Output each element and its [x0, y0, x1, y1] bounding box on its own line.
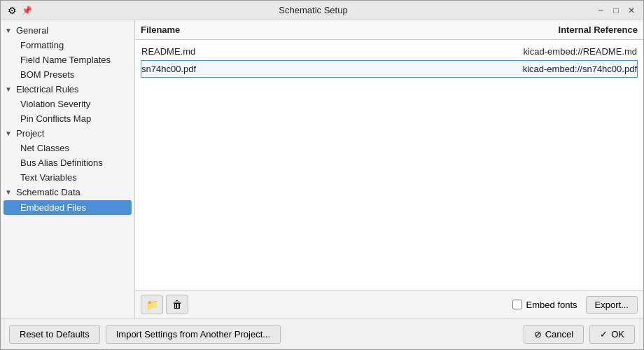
- row-ref-1: kicad-embed://sn74hc00.pdf: [462, 64, 637, 74]
- reset-defaults-button[interactable]: Reset to Defaults: [9, 325, 100, 344]
- minimize-button[interactable]: –: [594, 4, 607, 17]
- content-area: ▼ General Formatting Field Name Template…: [1, 20, 643, 318]
- open-file-button[interactable]: 📁: [141, 295, 163, 314]
- folder-icon: 📁: [146, 299, 158, 310]
- delete-icon: 🗑: [172, 299, 182, 310]
- sidebar-group-project-label: Project: [16, 128, 44, 139]
- sidebar-item-bom-presets[interactable]: BOM Presets: [1, 67, 134, 82]
- sidebar-group-electrical-label: Electrical Rules: [16, 84, 79, 94]
- cancel-label: Cancel: [545, 329, 573, 340]
- footer: Reset to Defaults Import Settings from A…: [1, 318, 643, 349]
- sidebar-group-project[interactable]: ▼ Project: [1, 126, 134, 141]
- import-settings-button[interactable]: Import Settings from Another Project...: [106, 325, 281, 344]
- ok-icon: ✓: [600, 329, 608, 340]
- sidebar: ▼ General Formatting Field Name Template…: [1, 20, 135, 318]
- row-filename-0: README.md: [141, 46, 462, 57]
- sidebar-group-schematic-data-label: Schematic Data: [16, 187, 80, 197]
- table-row[interactable]: sn74hc00.pdf kicad-embed://sn74hc00.pdf: [141, 60, 638, 78]
- arrow-electrical: ▼: [5, 85, 13, 93]
- sidebar-group-electrical-rules[interactable]: ▼ Electrical Rules: [1, 82, 134, 97]
- ok-button[interactable]: ✓ OK: [589, 325, 635, 344]
- row-ref-0: kicad-embed://README.md: [462, 46, 637, 57]
- window-title: Schematic Setup: [32, 5, 594, 15]
- cancel-button[interactable]: ⊘ Cancel: [524, 325, 584, 344]
- main-window: ⚙ 📌 Schematic Setup – □ ✕ ▼ General Form…: [0, 0, 644, 350]
- titlebar-left: ⚙ 📌: [6, 5, 32, 16]
- export-button[interactable]: Export...: [586, 296, 638, 314]
- embed-fonts-checkbox[interactable]: [512, 300, 522, 309]
- table-row[interactable]: README.md kicad-embed://README.md: [141, 43, 638, 60]
- delete-file-button[interactable]: 🗑: [166, 295, 188, 314]
- cancel-icon: ⊘: [534, 329, 542, 340]
- footer-left: Reset to Defaults Import Settings from A…: [9, 325, 281, 344]
- table-body: README.md kicad-embed://README.md sn74hc…: [135, 40, 643, 290]
- files-toolbar: 📁 🗑 Embed fonts Export...: [135, 290, 643, 318]
- sidebar-item-text-variables[interactable]: Text Variables: [1, 170, 134, 185]
- embed-fonts-label: Embed fonts: [526, 300, 578, 310]
- footer-right: ⊘ Cancel ✓ OK: [524, 325, 635, 344]
- close-button[interactable]: ✕: [625, 4, 638, 17]
- sidebar-group-general-label: General: [16, 25, 48, 36]
- sidebar-group-general[interactable]: ▼ General: [1, 23, 134, 38]
- pin-icon: 📌: [22, 6, 32, 15]
- sidebar-item-net-classes[interactable]: Net Classes: [1, 141, 134, 155]
- app-icon: ⚙: [6, 5, 18, 16]
- sidebar-item-field-name-templates[interactable]: Field Name Templates: [1, 52, 134, 67]
- column-ref: Internal Reference: [463, 24, 638, 35]
- sidebar-item-embedded-files[interactable]: Embedded Files: [4, 200, 132, 215]
- sidebar-item-pin-conflicts-map[interactable]: Pin Conflicts Map: [1, 111, 134, 126]
- ok-label: OK: [611, 329, 624, 340]
- column-filename: Filename: [141, 24, 463, 35]
- sidebar-item-violation-severity[interactable]: Violation Severity: [1, 97, 134, 111]
- maximize-button[interactable]: □: [610, 4, 622, 17]
- sidebar-item-bus-alias-definitions[interactable]: Bus Alias Definitions: [1, 155, 134, 170]
- embed-fonts-control: Embed fonts: [512, 300, 578, 310]
- titlebar-controls: – □ ✕: [594, 4, 638, 17]
- arrow-general: ▼: [5, 27, 13, 34]
- main-content: Filename Internal Reference README.md ki…: [135, 20, 643, 318]
- sidebar-group-schematic-data[interactable]: ▼ Schematic Data: [1, 185, 134, 200]
- arrow-project: ▼: [5, 130, 13, 137]
- row-filename-1: sn74hc00.pdf: [141, 64, 462, 74]
- sidebar-item-formatting[interactable]: Formatting: [1, 38, 134, 52]
- table-header: Filename Internal Reference: [135, 20, 643, 40]
- titlebar: ⚙ 📌 Schematic Setup – □ ✕: [1, 1, 643, 20]
- arrow-schematic-data: ▼: [5, 188, 13, 196]
